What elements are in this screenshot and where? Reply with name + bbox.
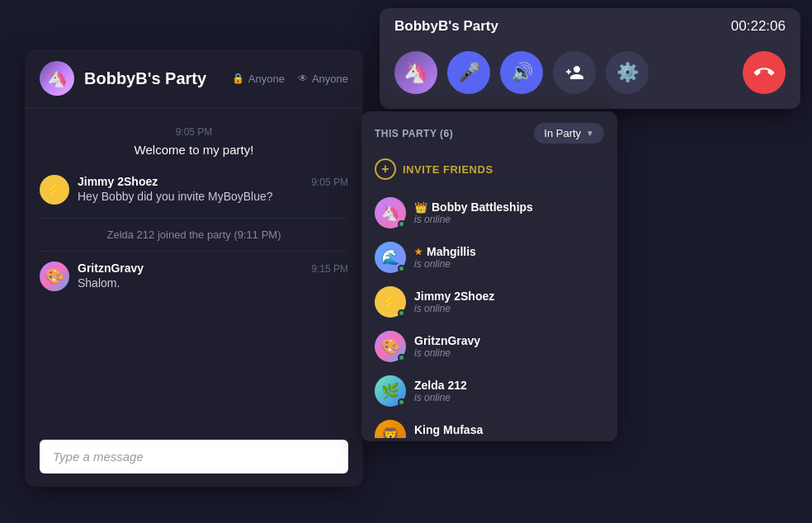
member-info: 👑 Bobby Battleships is online [414,200,604,225]
message-content: GritznGravy 9:15 PM Shalom. [78,262,348,290]
voice-timer: 00:22:06 [731,18,786,35]
system-message-1: Welcome to my party! [40,143,348,157]
visibility-setting: 👁 Anyone [298,73,348,85]
member-avatar-bobby: 🦄 [375,197,406,229]
speaker-button[interactable]: 🔊 [500,51,543,94]
mute-button[interactable]: 🎤 [447,51,490,94]
eye-icon: 👁 [298,73,308,84]
party-panel: THIS PARTY (6) In Party ▼ + INVITE FRIEN… [361,111,617,441]
member-info: King Mufasa is online [414,423,604,438]
online-indicator [398,265,405,272]
message-time: 9:15 PM [311,263,348,275]
hangup-button[interactable] [743,51,786,94]
online-indicator [398,398,405,406]
in-party-button[interactable]: In Party ▼ [534,123,604,144]
member-status: is online [414,347,604,359]
message-row: 🎨 GritznGravy 9:15 PM Shalom. [40,255,348,298]
member-avatar-zelda: 🌿 [375,375,406,407]
chat-panel: 🦄 BobbyB's Party 🔒 Anyone 👁 Anyone 9:05 … [25,49,363,487]
member-info: Jimmy 2Shoez is online [414,290,604,314]
avatar-gritz: 🎨 [40,262,69,291]
crown-icon: 👑 [414,201,427,214]
member-name: Jimmy 2Shoez [414,290,604,303]
party-member: 🦁 King Mufasa is online [361,413,617,438]
invite-label: INVITE FRIENDS [403,163,493,176]
invite-plus-icon: + [375,158,396,180]
party-member-list: 🦄 👑 Bobby Battleships is online 🌊 ★ Mahg… [361,191,617,438]
timestamp-1: 9:05 PM [40,126,348,138]
member-name: King Mufasa [414,423,604,436]
message-row: ⚡ Jimmy 2Shoez 9:05 PM Hey Bobby did you… [40,168,348,211]
member-avatar-king: 🦁 [375,420,406,438]
message-content: Jimmy 2Shoez 9:05 PM Hey Bobby did you i… [78,175,348,203]
privacy-label: Anyone [248,73,285,85]
in-party-label: In Party [544,127,581,139]
party-member: 🎨 GritznGravy is online [361,324,617,369]
message-header: GritznGravy 9:15 PM [78,262,348,275]
chat-messages: 9:05 PM Welcome to my party! ⚡ Jimmy 2Sh… [25,108,363,430]
member-status: is online [414,258,604,270]
message-text: Shalom. [78,276,348,290]
member-status: is online [414,214,604,225]
member-name: GritznGravy [414,334,604,347]
join-notification: Zelda 212 joined the party (9:11 PM) [40,218,348,252]
party-member: 🌿 Zelda 212 is online [361,369,617,413]
member-name: ★ Mahgillis [414,245,604,258]
chat-title: BobbyB's Party [84,69,222,88]
avatar-jimmy: ⚡ [40,175,69,205]
online-indicator [398,220,405,228]
member-info: ★ Mahgillis is online [414,245,604,270]
member-avatar-mahgillis: 🌊 [375,242,406,273]
party-avatar: 🦄 [40,61,74,96]
message-input[interactable] [40,440,348,474]
voice-title: BobbyB's Party [394,18,498,35]
party-member: ⚡ Jimmy 2Shoez is online [361,280,617,324]
message-username: Jimmy 2Shoez [78,175,158,188]
settings-button[interactable]: ⚙️ [606,51,649,94]
voice-controls: 🦄 🎤 🔊 ⚙️ [380,45,800,109]
member-status: is online [414,303,604,314]
voice-widget-header: BobbyB's Party 00:22:06 [380,8,800,45]
lock-icon: 🔒 [232,73,244,84]
header-meta: 🔒 Anyone 👁 Anyone [232,73,348,85]
member-avatar-jimmy: ⚡ [375,286,406,318]
member-avatar-gritz: 🎨 [375,331,406,362]
member-info: Zelda 212 is online [414,379,604,403]
party-member: 🌊 ★ Mahgillis is online [361,235,617,280]
online-indicator [398,309,405,317]
online-indicator [398,354,405,361]
add-user-button[interactable] [553,51,596,94]
invite-row[interactable]: + INVITE FRIENDS [361,152,617,191]
member-name: 👑 Bobby Battleships [414,200,604,214]
voice-widget: BobbyB's Party 00:22:06 🦄 🎤 🔊 ⚙️ [380,8,800,109]
message-username: GritznGravy [78,262,144,275]
privacy-setting: 🔒 Anyone [232,73,285,85]
message-header: Jimmy 2Shoez 9:05 PM [78,175,348,188]
chevron-down-icon: ▼ [586,129,594,138]
member-status: is online [414,392,604,403]
member-name: Zelda 212 [414,379,604,392]
party-panel-header: THIS PARTY (6) In Party ▼ [361,111,617,152]
star-icon: ★ [414,247,423,257]
visibility-label: Anyone [312,73,348,85]
message-text: Hey Bobby did you invite MyBoyBlue? [78,190,348,203]
voice-party-avatar: 🦄 [394,51,437,94]
chat-input-area [25,430,363,487]
party-member: 🦄 👑 Bobby Battleships is online [361,191,617,235]
member-status: is online [414,436,604,438]
chat-header: 🦄 BobbyB's Party 🔒 Anyone 👁 Anyone [25,49,363,108]
member-info: GritznGravy is online [414,334,604,359]
party-count-label: THIS PARTY (6) [375,128,453,139]
message-time: 9:05 PM [311,177,348,188]
